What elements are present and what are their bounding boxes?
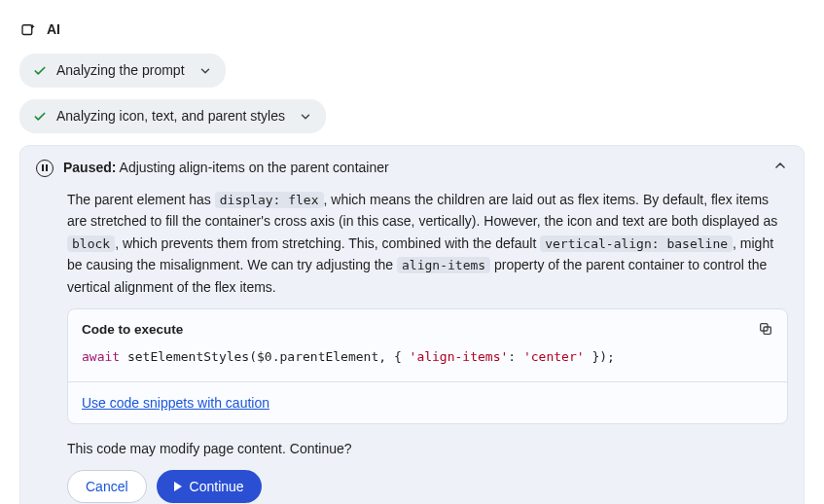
check-icon <box>33 110 47 124</box>
copy-icon[interactable] <box>758 321 773 337</box>
paused-step-panel: Paused: Adjusting align-items on the par… <box>19 145 805 504</box>
ai-header-title: AI <box>47 19 60 40</box>
code-inline: block <box>67 235 115 252</box>
check-icon <box>33 64 47 78</box>
status-text: Adjusting align-items on the parent cont… <box>120 160 389 175</box>
confirm-text: This code may modify page content. Conti… <box>67 424 788 469</box>
pause-icon <box>36 160 54 177</box>
chevron-down-icon <box>198 64 212 78</box>
chevron-down-icon <box>299 110 312 124</box>
chevron-up-icon[interactable] <box>772 158 788 179</box>
code-card: Code to execute await setElementStyles($… <box>67 308 788 425</box>
code-card-title: Code to execute <box>82 319 183 341</box>
continue-button[interactable]: Continue <box>157 470 262 503</box>
step-label: Analyzing the prompt <box>56 60 185 81</box>
panel-title: Paused: Adjusting align-items on the par… <box>63 158 763 178</box>
code-inline: vertical-align: baseline <box>540 235 733 252</box>
status-label: Paused: <box>63 160 116 175</box>
code-inline: align-items <box>397 257 490 273</box>
svg-rect-0 <box>22 24 32 34</box>
step-chip-analyzing-styles[interactable]: Analyzing icon, text, and parent styles <box>19 99 326 133</box>
code-inline: display: flex <box>215 192 324 208</box>
step-chip-analyzing-prompt[interactable]: Analyzing the prompt <box>19 54 226 88</box>
play-icon <box>174 482 182 491</box>
explanation-paragraph: The parent element has display: flex, wh… <box>67 189 788 299</box>
code-body: await setElementStyles($0.parentElement,… <box>68 343 787 381</box>
ai-sparkle-icon <box>19 21 37 39</box>
step-label: Analyzing icon, text, and parent styles <box>56 106 285 126</box>
cancel-button[interactable]: Cancel <box>67 470 147 503</box>
caution-link[interactable]: Use code snippets with caution <box>82 395 269 411</box>
ai-header: AI <box>19 19 805 40</box>
